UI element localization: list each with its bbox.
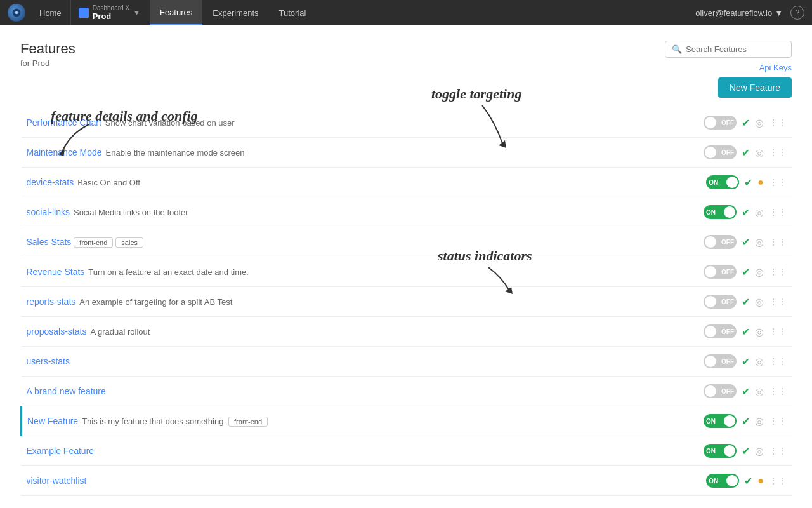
search-box[interactable]: 🔍: [665, 41, 792, 58]
toggle-knob: [724, 445, 735, 457]
feature-name[interactable]: Performance Chart: [27, 117, 102, 128]
status-warning-icon[interactable]: ◎: [755, 326, 764, 338]
drag-handle-icon[interactable]: ⋮⋮: [769, 386, 787, 396]
nav-home[interactable]: Home: [30, 0, 70, 25]
drag-handle-icon[interactable]: ⋮⋮: [769, 476, 787, 486]
drag-handle-icon[interactable]: ⋮⋮: [769, 297, 787, 307]
nav-user-menu[interactable]: oliver@featureflow.io ▼: [695, 8, 783, 18]
feature-name[interactable]: Sales Stats: [27, 237, 72, 247]
feature-name[interactable]: Revenue Stats: [27, 267, 85, 277]
api-keys-link[interactable]: Api Keys: [759, 63, 792, 72]
table-row: Maintenance ModeEnable the maintenance m…: [22, 138, 792, 168]
status-check-icon[interactable]: ✔: [742, 266, 750, 278]
status-check-icon[interactable]: ✔: [742, 326, 750, 338]
feature-desc: A gradual rollout: [90, 327, 150, 337]
drag-handle-icon[interactable]: ⋮⋮: [769, 416, 787, 426]
feature-toggle[interactable]: ON: [704, 205, 737, 219]
feature-name[interactable]: reports-stats: [27, 297, 76, 307]
status-warning-icon[interactable]: ◎: [755, 296, 764, 308]
drag-handle-icon[interactable]: ⋮⋮: [769, 446, 787, 456]
feature-tag: sales: [115, 237, 143, 248]
status-check-icon[interactable]: ✔: [742, 236, 750, 248]
feature-name[interactable]: Example Feature: [27, 446, 95, 456]
status-check-icon[interactable]: ✔: [742, 117, 750, 129]
toggle-knob: [705, 236, 716, 248]
table-row: Sales Statsfront-endsalesOFF✔◎⋮⋮: [22, 227, 792, 257]
feature-toggle[interactable]: OFF: [704, 354, 737, 368]
nav-environment[interactable]: Dashboard X Prod ▼: [70, 0, 148, 25]
status-warning-icon[interactable]: ●: [757, 475, 764, 486]
feature-name[interactable]: Maintenance Mode: [27, 147, 102, 157]
status-warning-icon[interactable]: ◎: [755, 445, 764, 457]
feature-toggle[interactable]: ON: [706, 474, 739, 488]
feature-name[interactable]: visitor-watchlist: [27, 476, 87, 486]
status-warning-icon[interactable]: ◎: [755, 415, 764, 427]
status-check-icon[interactable]: ✔: [742, 385, 750, 398]
status-warning-icon[interactable]: ◎: [755, 356, 764, 368]
nav-tab-features[interactable]: Features: [150, 0, 202, 25]
feature-toggle[interactable]: OFF: [704, 324, 737, 338]
drag-handle-icon[interactable]: ⋮⋮: [769, 117, 787, 128]
status-check-icon[interactable]: ✔: [742, 445, 750, 457]
status-check-icon[interactable]: ✔: [742, 147, 750, 159]
feature-toggle[interactable]: OFF: [704, 265, 737, 279]
feature-toggle[interactable]: ON: [704, 444, 737, 458]
feature-controls: ON✔●⋮⋮: [685, 175, 787, 189]
table-row: device-statsBasic On and OffON✔●⋮⋮: [22, 168, 792, 197]
feature-name[interactable]: device-stats: [27, 177, 74, 187]
drag-handle-icon[interactable]: ⋮⋮: [769, 237, 787, 247]
status-check-icon[interactable]: ✔: [744, 475, 752, 487]
table-row: proposals-statsA gradual rolloutOFF✔◎⋮⋮: [22, 317, 792, 347]
toggle-label: OFF: [721, 239, 734, 246]
search-input[interactable]: [686, 44, 785, 54]
feature-controls: OFF✔◎⋮⋮: [685, 324, 787, 338]
status-warning-icon[interactable]: ◎: [755, 236, 764, 248]
status-check-icon[interactable]: ✔: [742, 206, 750, 218]
feature-controls: OFF✔◎⋮⋮: [685, 354, 787, 368]
toggle-knob: [705, 266, 716, 277]
status-check-icon[interactable]: ✔: [742, 415, 750, 427]
status-warning-icon[interactable]: ◎: [755, 385, 764, 398]
table-row: reports-statsAn example of targeting for…: [22, 287, 792, 317]
feature-toggle[interactable]: OFF: [704, 384, 737, 398]
feature-toggle[interactable]: OFF: [704, 295, 737, 309]
drag-handle-icon[interactable]: ⋮⋮: [769, 207, 787, 217]
drag-handle-icon[interactable]: ⋮⋮: [769, 356, 787, 366]
toggle-label: ON: [709, 179, 718, 186]
toggle-knob: [726, 475, 738, 486]
feature-name[interactable]: New Feature: [27, 416, 78, 426]
feature-name[interactable]: proposals-stats: [27, 326, 87, 337]
feature-toggle[interactable]: OFF: [704, 116, 737, 130]
new-feature-button[interactable]: New Feature: [718, 77, 792, 98]
env-chevron-icon[interactable]: ▼: [133, 9, 140, 17]
status-warning-icon[interactable]: ●: [757, 177, 764, 188]
feature-toggle[interactable]: OFF: [704, 145, 737, 159]
nav-tab-experiments[interactable]: Experiments: [202, 0, 268, 25]
drag-handle-icon[interactable]: ⋮⋮: [769, 267, 787, 277]
navbar: Home Dashboard X Prod ▼ Features Experim…: [0, 0, 812, 25]
nav-tab-tutorial[interactable]: Tutorial: [269, 0, 317, 25]
feature-toggle[interactable]: OFF: [704, 235, 737, 249]
drag-handle-icon[interactable]: ⋮⋮: [769, 326, 787, 337]
feature-name[interactable]: A brand new feature: [27, 386, 106, 396]
feature-desc: Enable the maintenance mode screen: [106, 148, 245, 157]
toggle-knob: [705, 117, 716, 128]
status-check-icon[interactable]: ✔: [744, 177, 752, 189]
status-warning-icon[interactable]: ◎: [755, 266, 764, 278]
feature-toggle[interactable]: ON: [706, 175, 739, 189]
status-warning-icon[interactable]: ◎: [755, 147, 764, 159]
feature-name[interactable]: social-links: [27, 207, 70, 217]
feature-name[interactable]: users-stats: [27, 356, 70, 366]
status-warning-icon[interactable]: ◎: [755, 117, 764, 129]
drag-handle-icon[interactable]: ⋮⋮: [769, 147, 787, 157]
brand-logo[interactable]: [8, 4, 25, 22]
status-check-icon[interactable]: ✔: [742, 296, 750, 308]
toggle-label: ON: [706, 418, 716, 425]
feature-toggle[interactable]: ON: [704, 414, 737, 428]
toggle-label: ON: [709, 478, 718, 485]
nav-help-button[interactable]: ?: [790, 6, 804, 20]
status-check-icon[interactable]: ✔: [742, 356, 750, 368]
drag-handle-icon[interactable]: ⋮⋮: [769, 177, 787, 187]
feature-controls: OFF✔◎⋮⋮: [685, 116, 787, 130]
status-warning-icon[interactable]: ◎: [755, 206, 764, 218]
